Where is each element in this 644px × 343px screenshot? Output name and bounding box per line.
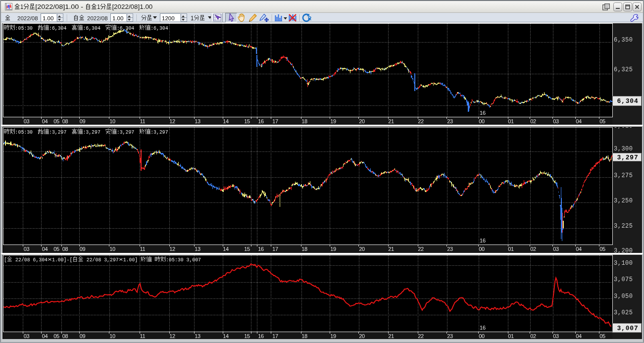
svg-text:01: 01 [508,333,514,339]
svg-text:13: 13 [195,118,200,124]
svg-text:19: 19 [330,246,336,252]
svg-text:20: 20 [359,118,365,124]
svg-text:03: 03 [553,118,559,124]
svg-text:6,325: 6,325 [614,66,633,73]
svg-text:03: 03 [24,246,30,252]
svg-text:2022/08: 2022/08 [17,15,38,21]
svg-text:09: 09 [80,118,86,124]
svg-text::6,304: :6,304 [49,25,69,31]
svg-text::6,304: :6,304 [117,25,137,31]
svg-text:16: 16 [480,325,486,331]
svg-text:03: 03 [24,333,30,339]
svg-text:11: 11 [140,333,146,339]
svg-text::3,297: :3,297 [150,129,168,135]
svg-text:3,025: 3,025 [614,309,633,316]
svg-text:3,100: 3,100 [614,260,633,267]
svg-text:01: 01 [508,246,514,252]
svg-text:3,300: 3,300 [614,146,633,152]
svg-text:12: 12 [169,333,175,339]
svg-text:05: 05 [599,246,605,252]
svg-text:3,325: 3,325 [614,123,633,130]
svg-text:18: 18 [301,118,307,124]
svg-text:16: 16 [480,110,486,116]
svg-text:05: 05 [53,333,59,339]
svg-text:04: 04 [42,246,48,252]
svg-text:08: 08 [62,333,68,339]
svg-text:23: 23 [447,118,453,124]
svg-text:04: 04 [42,118,48,124]
svg-text:02: 02 [530,333,536,339]
svg-text:12: 12 [169,246,175,252]
svg-text:05: 05 [599,118,605,124]
svg-text:1.00: 1.00 [112,15,123,21]
svg-text::3,297: :3,297 [49,129,69,135]
svg-text::05:30: :05:30 [15,25,36,31]
svg-text::3,297: :3,297 [117,129,137,135]
svg-text:22: 22 [418,246,424,252]
svg-text:19: 19 [330,118,336,124]
svg-text:15: 15 [244,333,250,339]
svg-text:03: 03 [24,118,30,124]
svg-text:3,200: 3,200 [614,247,633,254]
svg-text:04: 04 [576,246,582,252]
svg-text:22: 22 [418,118,424,124]
svg-text::6,304: :6,304 [83,25,103,31]
svg-text:09: 09 [80,333,86,339]
svg-text:16: 16 [258,246,264,252]
svg-text:03: 03 [553,246,559,252]
svg-text:09: 09 [80,246,86,252]
svg-text:10: 10 [109,246,115,252]
svg-text:×: × [119,257,123,262]
svg-text:14: 14 [223,118,229,124]
svg-text:21: 21 [388,118,394,124]
svg-text:17: 17 [272,118,278,124]
svg-text:10: 10 [109,118,115,124]
svg-text:14: 14 [223,246,229,252]
svg-text:[: [ [4,257,7,262]
svg-text:19: 19 [330,333,336,339]
svg-text:21: 21 [388,246,394,252]
svg-text:1.00]: 1.00] [123,257,141,262]
svg-text:04: 04 [576,333,582,339]
svg-text:3,007: 3,007 [617,325,638,332]
svg-text:00: 00 [479,333,485,339]
svg-text:05: 05 [53,246,59,252]
svg-text:3,225: 3,225 [614,223,633,230]
svg-text:16: 16 [258,333,264,339]
svg-text:14: 14 [223,333,229,339]
svg-text:22/08 3,297: 22/08 3,297 [84,257,119,262]
svg-text:10: 10 [109,333,115,339]
svg-text:00: 00 [479,246,485,252]
svg-text:12: 12 [169,118,175,124]
svg-text:16: 16 [258,118,264,124]
svg-text:16: 16 [480,238,486,244]
svg-text::6,304: :6,304 [150,25,168,31]
svg-text:13: 13 [195,333,200,339]
svg-text:02: 02 [530,118,536,124]
svg-text::05:30: :05:30 [15,129,36,135]
svg-text:15: 15 [244,246,250,252]
svg-text:21: 21 [388,333,394,339]
svg-text:1200: 1200 [162,15,175,21]
svg-text:04: 04 [576,118,582,124]
svg-text:02: 02 [530,246,536,252]
svg-text:08: 08 [62,246,68,252]
svg-text::05:30 3,007: :05:30 3,007 [166,257,201,262]
svg-text:11: 11 [140,118,146,124]
svg-text:23: 23 [447,333,453,339]
svg-text:13: 13 [195,246,200,252]
svg-text:2022/08: 2022/08 [87,15,108,21]
svg-text:05: 05 [599,333,605,339]
svg-text:1.00]-[: 1.00]-[ [52,257,72,262]
svg-text:05: 05 [53,118,59,124]
svg-text:04: 04 [42,333,48,339]
svg-text:3,250: 3,250 [614,197,633,204]
svg-text:6,350: 6,350 [614,37,633,44]
svg-text:17: 17 [272,333,278,339]
svg-text:20: 20 [359,333,365,339]
svg-text:22/08 6,304: 22/08 6,304 [12,257,48,262]
svg-text:22: 22 [418,333,424,339]
svg-text:×: × [48,257,52,262]
svg-text:00: 00 [479,118,485,124]
svg-text:1.00: 1.00 [43,15,53,21]
